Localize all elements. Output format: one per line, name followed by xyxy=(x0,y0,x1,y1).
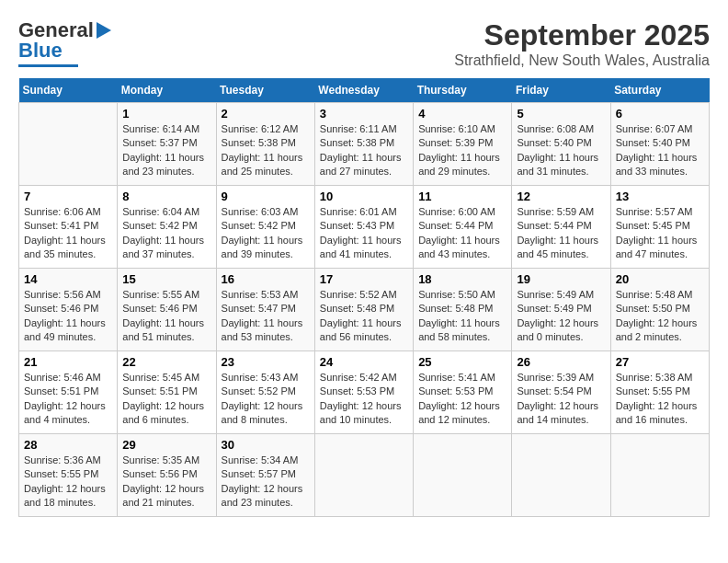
day-number: 18 xyxy=(418,272,506,286)
cell-info: Sunrise: 5:46 AM Sunset: 5:51 PM Dayligh… xyxy=(24,371,112,428)
logo: General Blue xyxy=(18,18,111,67)
calendar-cell: 3Sunrise: 6:11 AM Sunset: 5:38 PM Daylig… xyxy=(314,103,413,186)
cell-info: Sunrise: 5:59 AM Sunset: 5:44 PM Dayligh… xyxy=(517,205,605,262)
cell-info: Sunrise: 6:08 AM Sunset: 5:40 PM Dayligh… xyxy=(517,122,605,179)
logo-underline xyxy=(18,64,78,67)
calendar-cell: 26Sunrise: 5:39 AM Sunset: 5:54 PM Dayli… xyxy=(512,351,610,434)
calendar-cell: 9Sunrise: 6:03 AM Sunset: 5:42 PM Daylig… xyxy=(216,186,314,269)
cell-info: Sunrise: 6:11 AM Sunset: 5:38 PM Dayligh… xyxy=(320,122,408,179)
calendar-cell: 14Sunrise: 5:56 AM Sunset: 5:46 PM Dayli… xyxy=(19,269,118,351)
page-subtitle: Strathfield, New South Wales, Australia xyxy=(454,52,710,69)
day-number: 30 xyxy=(222,438,310,452)
cell-info: Sunrise: 5:53 AM Sunset: 5:47 PM Dayligh… xyxy=(222,288,310,345)
calendar-cell: 15Sunrise: 5:55 AM Sunset: 5:46 PM Dayli… xyxy=(118,269,216,351)
calendar-cell: 7Sunrise: 6:06 AM Sunset: 5:41 PM Daylig… xyxy=(19,186,118,269)
col-monday: Monday xyxy=(118,78,216,103)
day-number: 14 xyxy=(24,272,112,286)
calendar-cell: 5Sunrise: 6:08 AM Sunset: 5:40 PM Daylig… xyxy=(512,103,610,186)
logo-arrow-icon xyxy=(97,22,111,39)
cell-info: Sunrise: 5:49 AM Sunset: 5:49 PM Dayligh… xyxy=(517,288,605,345)
calendar-cell xyxy=(610,434,709,517)
calendar-cell: 29Sunrise: 5:35 AM Sunset: 5:56 PM Dayli… xyxy=(118,434,216,517)
day-number: 17 xyxy=(320,272,408,286)
cell-info: Sunrise: 5:41 AM Sunset: 5:53 PM Dayligh… xyxy=(418,371,506,428)
day-number: 24 xyxy=(320,355,408,369)
cell-info: Sunrise: 5:42 AM Sunset: 5:53 PM Dayligh… xyxy=(320,371,408,428)
day-number: 13 xyxy=(616,190,704,203)
calendar-cell: 30Sunrise: 5:34 AM Sunset: 5:57 PM Dayli… xyxy=(216,434,314,517)
day-number: 4 xyxy=(418,107,506,121)
day-number: 12 xyxy=(517,190,605,203)
day-number: 11 xyxy=(418,190,506,203)
cell-info: Sunrise: 5:35 AM Sunset: 5:56 PM Dayligh… xyxy=(122,454,210,511)
calendar-week-3: 14Sunrise: 5:56 AM Sunset: 5:46 PM Dayli… xyxy=(19,269,710,351)
calendar-week-2: 7Sunrise: 6:06 AM Sunset: 5:41 PM Daylig… xyxy=(19,186,710,269)
calendar-cell: 10Sunrise: 6:01 AM Sunset: 5:43 PM Dayli… xyxy=(314,186,413,269)
col-wednesday: Wednesday xyxy=(314,78,413,103)
calendar-cell: 12Sunrise: 5:59 AM Sunset: 5:44 PM Dayli… xyxy=(512,186,610,269)
calendar-cell: 2Sunrise: 6:12 AM Sunset: 5:38 PM Daylig… xyxy=(216,103,314,186)
calendar-cell: 13Sunrise: 5:57 AM Sunset: 5:45 PM Dayli… xyxy=(610,186,709,269)
cell-info: Sunrise: 5:56 AM Sunset: 5:46 PM Dayligh… xyxy=(24,288,112,345)
day-number: 22 xyxy=(122,355,210,369)
calendar-cell xyxy=(314,434,413,517)
calendar-cell: 6Sunrise: 6:07 AM Sunset: 5:40 PM Daylig… xyxy=(610,103,709,186)
calendar-cell: 28Sunrise: 5:36 AM Sunset: 5:55 PM Dayli… xyxy=(19,434,118,517)
cell-info: Sunrise: 6:07 AM Sunset: 5:40 PM Dayligh… xyxy=(616,122,704,179)
day-number: 16 xyxy=(222,272,310,286)
cell-info: Sunrise: 5:34 AM Sunset: 5:57 PM Dayligh… xyxy=(222,454,310,511)
calendar-cell xyxy=(414,434,512,517)
calendar-header: Sunday Monday Tuesday Wednesday Thursday… xyxy=(19,78,710,103)
logo-blue: Blue xyxy=(18,39,63,63)
cell-info: Sunrise: 5:36 AM Sunset: 5:55 PM Dayligh… xyxy=(24,454,112,511)
col-sunday: Sunday xyxy=(19,78,118,103)
calendar-cell: 21Sunrise: 5:46 AM Sunset: 5:51 PM Dayli… xyxy=(19,351,118,434)
day-number: 29 xyxy=(122,438,210,452)
calendar-cell: 23Sunrise: 5:43 AM Sunset: 5:52 PM Dayli… xyxy=(216,351,314,434)
calendar-cell: 17Sunrise: 5:52 AM Sunset: 5:48 PM Dayli… xyxy=(314,269,413,351)
calendar-week-4: 21Sunrise: 5:46 AM Sunset: 5:51 PM Dayli… xyxy=(19,351,710,434)
calendar-cell: 8Sunrise: 6:04 AM Sunset: 5:42 PM Daylig… xyxy=(118,186,216,269)
calendar-body: 1Sunrise: 6:14 AM Sunset: 5:37 PM Daylig… xyxy=(19,103,710,517)
cell-info: Sunrise: 5:50 AM Sunset: 5:48 PM Dayligh… xyxy=(418,288,506,345)
cell-info: Sunrise: 5:55 AM Sunset: 5:46 PM Dayligh… xyxy=(122,288,210,345)
calendar-cell: 19Sunrise: 5:49 AM Sunset: 5:49 PM Dayli… xyxy=(512,269,610,351)
day-number: 21 xyxy=(24,355,112,369)
cell-info: Sunrise: 5:48 AM Sunset: 5:50 PM Dayligh… xyxy=(616,288,704,345)
cell-info: Sunrise: 6:10 AM Sunset: 5:39 PM Dayligh… xyxy=(418,122,506,179)
calendar-cell: 20Sunrise: 5:48 AM Sunset: 5:50 PM Dayli… xyxy=(610,269,709,351)
cell-info: Sunrise: 6:04 AM Sunset: 5:42 PM Dayligh… xyxy=(122,205,210,262)
calendar-cell: 24Sunrise: 5:42 AM Sunset: 5:53 PM Dayli… xyxy=(314,351,413,434)
day-number: 5 xyxy=(517,107,605,121)
cell-info: Sunrise: 6:03 AM Sunset: 5:42 PM Dayligh… xyxy=(222,205,310,262)
calendar-week-5: 28Sunrise: 5:36 AM Sunset: 5:55 PM Dayli… xyxy=(19,434,710,517)
day-number: 25 xyxy=(418,355,506,369)
day-number: 27 xyxy=(616,355,704,369)
day-number: 8 xyxy=(122,190,210,203)
page-title: September 2025 xyxy=(454,18,710,52)
cell-info: Sunrise: 6:00 AM Sunset: 5:44 PM Dayligh… xyxy=(418,205,506,262)
cell-info: Sunrise: 6:12 AM Sunset: 5:38 PM Dayligh… xyxy=(222,122,310,179)
cell-info: Sunrise: 5:45 AM Sunset: 5:51 PM Dayligh… xyxy=(122,371,210,428)
day-number: 20 xyxy=(616,272,704,286)
calendar-cell xyxy=(512,434,610,517)
calendar-cell: 1Sunrise: 6:14 AM Sunset: 5:37 PM Daylig… xyxy=(118,103,216,186)
day-number: 3 xyxy=(320,107,408,121)
cell-info: Sunrise: 6:01 AM Sunset: 5:43 PM Dayligh… xyxy=(320,205,408,262)
cell-info: Sunrise: 5:52 AM Sunset: 5:48 PM Dayligh… xyxy=(320,288,408,345)
cell-info: Sunrise: 5:43 AM Sunset: 5:52 PM Dayligh… xyxy=(222,371,310,428)
title-block: September 2025 Strathfield, New South Wa… xyxy=(454,18,710,69)
cell-info: Sunrise: 6:06 AM Sunset: 5:41 PM Dayligh… xyxy=(24,205,112,262)
col-saturday: Saturday xyxy=(610,78,709,103)
cell-info: Sunrise: 5:57 AM Sunset: 5:45 PM Dayligh… xyxy=(616,205,704,262)
calendar-cell: 27Sunrise: 5:38 AM Sunset: 5:55 PM Dayli… xyxy=(610,351,709,434)
calendar-cell: 25Sunrise: 5:41 AM Sunset: 5:53 PM Dayli… xyxy=(414,351,512,434)
calendar-table: Sunday Monday Tuesday Wednesday Thursday… xyxy=(18,78,710,517)
cell-info: Sunrise: 5:38 AM Sunset: 5:55 PM Dayligh… xyxy=(616,371,704,428)
day-number: 23 xyxy=(222,355,310,369)
calendar-cell xyxy=(19,103,118,186)
day-number: 19 xyxy=(517,272,605,286)
calendar-cell: 16Sunrise: 5:53 AM Sunset: 5:47 PM Dayli… xyxy=(216,269,314,351)
col-friday: Friday xyxy=(512,78,610,103)
cell-info: Sunrise: 5:39 AM Sunset: 5:54 PM Dayligh… xyxy=(517,371,605,428)
